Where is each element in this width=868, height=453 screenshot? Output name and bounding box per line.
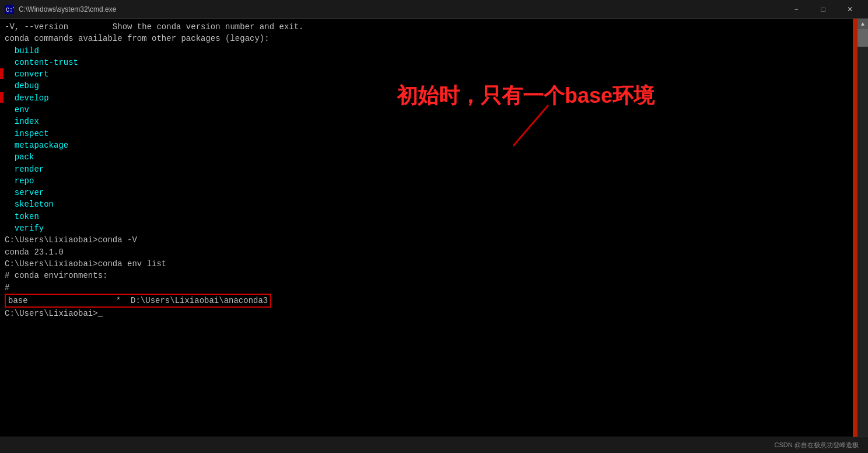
scroll-up-arrow[interactable]: ▲ xyxy=(858,19,868,29)
minimize-button[interactable]: − xyxy=(783,0,810,19)
red-side-indicator xyxy=(853,19,858,437)
terminal-line: # xyxy=(5,282,853,294)
titlebar: C:\ C:\Windows\system32\cmd.exe − □ ✕ xyxy=(0,0,868,19)
svg-text:C:\: C:\ xyxy=(6,7,14,13)
window-title: C:\Windows\system32\cmd.exe xyxy=(19,5,116,13)
terminal-line: repo xyxy=(5,175,853,187)
terminal-line: -V, --version Show the conda version num… xyxy=(5,21,853,33)
maximize-button[interactable]: □ xyxy=(810,0,836,19)
terminal-line: server xyxy=(5,187,853,198)
scrollbar[interactable]: ▲ ▼ xyxy=(858,19,868,453)
scrollbar-track[interactable] xyxy=(858,29,868,442)
terminal-line: render xyxy=(5,163,853,175)
terminal-line: content-trust xyxy=(5,57,853,68)
titlebar-left: C:\ C:\Windows\system32\cmd.exe xyxy=(5,5,116,14)
terminal-line: metapackage xyxy=(5,140,853,151)
terminal-line: skeleton xyxy=(5,198,853,210)
terminal-line: conda commands available from other pack… xyxy=(5,33,853,44)
statusbar-text: CSDN @自在极意功登峰造极 xyxy=(775,441,859,449)
terminal-line: C:\Users\Lixiaobai>conda env list xyxy=(5,258,853,270)
left-marker-icon xyxy=(0,92,4,103)
statusbar: CSDN @自在极意功登峰造极 xyxy=(0,437,868,453)
terminal-line: base * D:\Users\Lixiaobai\anaconda3 xyxy=(5,294,853,308)
cmd-icon: C:\ xyxy=(5,5,14,14)
terminal-line: conda 23.1.0 xyxy=(5,246,853,258)
terminal-line: inspect xyxy=(5,128,853,140)
terminal-line: # conda environments: xyxy=(5,270,853,281)
terminal-line: token xyxy=(5,211,853,222)
window-controls: − □ ✕ xyxy=(783,0,863,19)
left-marker-icon xyxy=(0,68,4,79)
close-button[interactable]: ✕ xyxy=(836,0,863,19)
terminal-line: C:\Users\Lixiaobai>conda -V xyxy=(5,234,853,246)
terminal-line: develop xyxy=(5,92,853,104)
scrollbar-thumb[interactable] xyxy=(858,29,868,47)
terminal-line: convert xyxy=(5,68,853,80)
terminal-line: pack xyxy=(5,151,853,163)
terminal-area: -V, --version Show the conda version num… xyxy=(0,19,858,453)
terminal-line: verify xyxy=(5,222,853,234)
terminal-line: build xyxy=(5,45,853,57)
terminal-line: debug xyxy=(5,80,853,92)
terminal-line: C:\Users\Lixiaobai>_ xyxy=(5,308,853,319)
terminal-line: index xyxy=(5,116,853,127)
terminal-line: env xyxy=(5,104,853,116)
